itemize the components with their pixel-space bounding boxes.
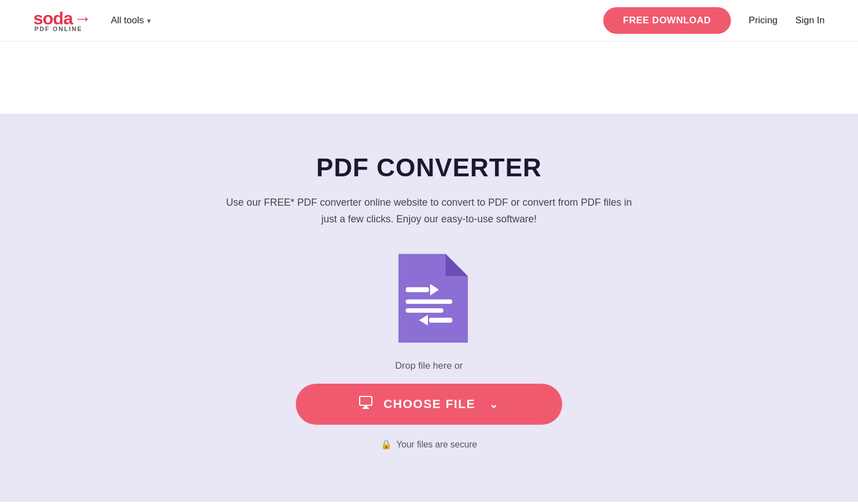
page-title: PDF CONVERTER (316, 152, 542, 182)
logo-arrow-icon: → (74, 9, 91, 27)
hero-banner (0, 42, 858, 114)
logo[interactable]: soda→ PDF ONLINE (33, 9, 91, 32)
svg-rect-2 (406, 299, 452, 304)
dropdown-chevron-icon: ⌄ (489, 398, 499, 411)
svg-rect-7 (364, 405, 367, 408)
pricing-label: Pricing (749, 15, 778, 26)
svg-rect-6 (360, 396, 372, 405)
page-description: Use our FREE* PDF converter online websi… (218, 195, 640, 227)
all-tools-button[interactable]: All tools ▾ (111, 15, 152, 26)
secure-text-area: 🔒 Your files are secure (381, 439, 477, 450)
header: soda→ PDF ONLINE All tools ▾ FREE DOWNLO… (0, 0, 858, 42)
svg-rect-8 (362, 408, 369, 409)
free-download-button[interactable]: FREE DOWNLOAD (603, 7, 731, 34)
header-right: FREE DOWNLOAD Pricing Sign In (603, 7, 825, 34)
svg-rect-3 (406, 308, 443, 313)
svg-rect-0 (406, 287, 429, 292)
all-tools-label: All tools (111, 15, 144, 26)
svg-rect-4 (429, 318, 452, 323)
choose-file-label: CHOOSE FILE (383, 397, 476, 411)
logo-soda: soda→ (33, 9, 91, 27)
converter-icon (390, 254, 468, 360)
pricing-link[interactable]: Pricing (749, 15, 778, 26)
logo-sub-text: PDF ONLINE (33, 26, 91, 32)
main-content: PDF CONVERTER Use our FREE* PDF converte… (0, 114, 858, 502)
drop-text: Drop file here or (395, 360, 463, 371)
header-left: soda→ PDF ONLINE All tools ▾ (33, 9, 151, 32)
monitor-icon (359, 396, 375, 413)
signin-label: Sign In (795, 15, 825, 26)
logo-soda-text: soda (33, 9, 73, 27)
signin-link[interactable]: Sign In (795, 15, 825, 26)
free-download-label: FREE DOWNLOAD (623, 15, 711, 26)
chevron-down-icon: ▾ (147, 17, 151, 25)
secure-label: Your files are secure (396, 440, 477, 450)
choose-file-button[interactable]: CHOOSE FILE ⌄ (296, 384, 562, 425)
lock-icon: 🔒 (381, 439, 392, 450)
